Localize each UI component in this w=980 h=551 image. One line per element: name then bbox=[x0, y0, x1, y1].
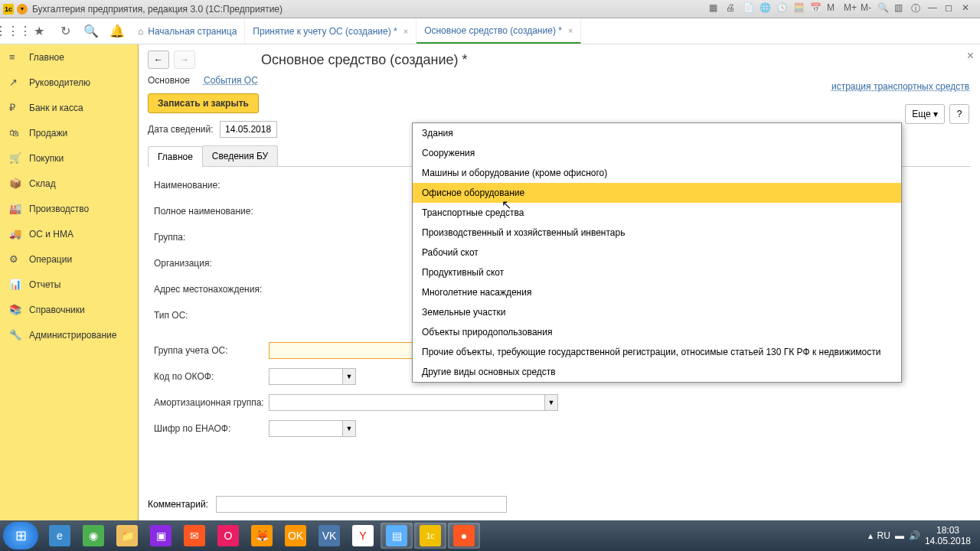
enaof-combo[interactable]: ▼ bbox=[269, 420, 356, 437]
tray-lang[interactable]: RU bbox=[877, 530, 890, 541]
taskbar-chrome[interactable]: ◉ bbox=[77, 523, 109, 549]
sidebar-item[interactable]: 🏭Производство bbox=[0, 196, 138, 221]
dropdown-option[interactable]: Сооружения bbox=[413, 143, 901, 163]
dropdown-option[interactable]: Транспортные средства bbox=[413, 203, 901, 223]
sidebar-item[interactable]: 📊Отчеты bbox=[0, 272, 138, 297]
clock-icon[interactable]: 🕓 bbox=[776, 2, 790, 16]
taskbar-app-active1[interactable]: ▤ bbox=[381, 523, 413, 549]
chevron-down-icon[interactable]: ▼ bbox=[544, 394, 558, 411]
panel-icon[interactable]: ▥ bbox=[894, 2, 908, 16]
date-input[interactable] bbox=[220, 121, 277, 138]
print-icon[interactable]: 🖨 bbox=[726, 2, 740, 16]
taskbar-firefox[interactable]: 🦊 bbox=[246, 523, 278, 549]
taskbar-opera[interactable]: O bbox=[212, 523, 244, 549]
label-enaof: Шифр по ЕНАОФ: bbox=[154, 423, 269, 434]
subnav-main[interactable]: Основное bbox=[148, 75, 190, 86]
bell-icon[interactable]: 🔔 bbox=[104, 18, 130, 44]
okof-combo[interactable]: ▼ bbox=[269, 368, 356, 385]
dropdown-option[interactable]: Продуктивный скот bbox=[413, 262, 901, 282]
page-close-icon[interactable]: × bbox=[967, 49, 974, 63]
taskbar-app1[interactable]: ▣ bbox=[145, 523, 177, 549]
sidebar-item[interactable]: 🛍Продажи bbox=[0, 120, 138, 145]
taskbar-ie[interactable]: e bbox=[44, 523, 76, 549]
transport-registration-link[interactable]: истрация транспортных средств bbox=[831, 81, 969, 92]
calc-icon[interactable]: 🧮 bbox=[793, 2, 807, 16]
taskbar-explorer[interactable]: 📁 bbox=[111, 523, 143, 549]
inner-tab-main[interactable]: Главное bbox=[148, 146, 203, 167]
inner-tab-bu[interactable]: Сведения БУ bbox=[202, 145, 278, 166]
cursor-icon: ↖ bbox=[501, 197, 511, 212]
top-toolbar: ⋮⋮⋮ ★ ↻ 🔍 🔔 ⌂Начальная страницаПринятие … bbox=[0, 18, 980, 44]
dropdown-option[interactable]: Многолетние насаждения bbox=[413, 282, 901, 302]
dropdown-option[interactable]: Машины и оборудование (кроме офисного) bbox=[413, 163, 901, 183]
doc-tab[interactable]: Принятие к учету ОС (создание) *× bbox=[245, 18, 416, 44]
globe-icon[interactable]: 🌐 bbox=[760, 2, 773, 16]
label-address: Адрес местонахождения: bbox=[154, 284, 269, 295]
info-icon[interactable]: ⓘ bbox=[911, 2, 925, 16]
more-button[interactable]: Еще ▾ bbox=[905, 104, 945, 124]
label-group: Группа: bbox=[154, 232, 269, 243]
amort-combo[interactable]: ▼ bbox=[269, 394, 558, 411]
dropdown-option[interactable]: Здания bbox=[413, 123, 901, 143]
sidebar-item[interactable]: 📚Справочники bbox=[0, 297, 138, 322]
m-minus-icon[interactable]: M- bbox=[861, 2, 874, 16]
doc-tab[interactable]: ⌂Начальная страница bbox=[130, 18, 245, 44]
minimize-icon[interactable]: — bbox=[928, 2, 942, 16]
sidebar-item[interactable]: ≡Главное bbox=[0, 44, 138, 70]
star-icon[interactable]: ★ bbox=[26, 18, 52, 44]
dropdown-icon[interactable]: ▾ bbox=[17, 4, 28, 15]
amort-input[interactable] bbox=[269, 394, 544, 411]
sidebar-item[interactable]: ₽Банк и касса bbox=[0, 95, 138, 120]
sidebar-item[interactable]: 🔧Администрирование bbox=[0, 322, 138, 347]
okof-input[interactable] bbox=[269, 368, 342, 385]
apps-icon[interactable]: ⋮⋮⋮ bbox=[0, 18, 26, 44]
maximize-icon[interactable]: ◻ bbox=[945, 2, 959, 16]
dropdown-option[interactable]: Рабочий скот bbox=[413, 243, 901, 262]
sidebar-item[interactable]: ↗Руководителю bbox=[0, 70, 138, 95]
sidebar-item[interactable]: ⚙Операции bbox=[0, 246, 138, 272]
dropdown-option[interactable]: Офисное оборудование bbox=[413, 183, 901, 203]
sidebar-item[interactable]: 📦Склад bbox=[0, 171, 138, 196]
taskbar[interactable]: ⊞ e ◉ 📁 ▣ ✉ O 🦊 OK VK Y ▤ 1c ● ▴ RU ▬ 🔊 … bbox=[0, 520, 980, 551]
taskbar-rec[interactable]: ● bbox=[448, 523, 480, 549]
taskbar-ok[interactable]: OK bbox=[279, 523, 312, 549]
dropdown-option[interactable]: Земельные участки bbox=[413, 302, 901, 322]
nav-back-button[interactable]: ← bbox=[148, 51, 169, 69]
comment-input[interactable] bbox=[216, 496, 507, 513]
m-icon[interactable]: M bbox=[827, 2, 841, 16]
tray-chevron-icon[interactable]: ▴ bbox=[868, 530, 873, 541]
taskbar-yandex[interactable]: Y bbox=[347, 523, 379, 549]
save-close-button[interactable]: Записать и закрыть bbox=[148, 93, 259, 113]
app-logo-icon: 1c bbox=[3, 4, 14, 15]
subnav-events[interactable]: События ОС bbox=[204, 75, 258, 86]
m-plus-icon[interactable]: M+ bbox=[844, 2, 858, 16]
zoom-icon[interactable]: 🔍 bbox=[877, 2, 891, 16]
dropdown-option[interactable]: Производственный и хозяйственный инвента… bbox=[413, 223, 901, 243]
chevron-down-icon[interactable]: ▼ bbox=[342, 420, 356, 437]
taskbar-vk[interactable]: VK bbox=[313, 523, 345, 549]
taskbar-1c[interactable]: 1c bbox=[414, 523, 446, 549]
help-button[interactable]: ? bbox=[949, 104, 969, 124]
start-button[interactable]: ⊞ bbox=[3, 522, 38, 549]
toolbar-icon[interactable]: ▦ bbox=[709, 2, 723, 16]
history-icon[interactable]: ↻ bbox=[52, 18, 78, 44]
close-icon[interactable]: ✕ bbox=[962, 2, 975, 16]
doc-tab[interactable]: Основное средство (создание) *× bbox=[416, 18, 581, 44]
tray-clock[interactable]: 18:0314.05.2018 bbox=[925, 525, 971, 547]
tray-volume-icon[interactable]: 🔊 bbox=[909, 530, 920, 541]
dropdown-option[interactable]: Объекты природопользования bbox=[413, 322, 901, 342]
nav-forward-button[interactable]: → bbox=[174, 51, 195, 69]
doc-icon[interactable]: 📄 bbox=[743, 2, 756, 16]
calendar-icon[interactable]: 📅 bbox=[810, 2, 824, 16]
chevron-down-icon[interactable]: ▼ bbox=[342, 368, 356, 385]
enaof-input[interactable] bbox=[269, 420, 342, 437]
search-icon[interactable]: 🔍 bbox=[78, 18, 104, 44]
tray-flag-icon[interactable]: ▬ bbox=[895, 530, 904, 541]
sidebar-item[interactable]: 🛒Покупки bbox=[0, 145, 138, 171]
taskbar-app2[interactable]: ✉ bbox=[178, 523, 211, 549]
dropdown-option[interactable]: Другие виды основных средств bbox=[413, 362, 901, 382]
sidebar-item[interactable]: 🚚ОС и НМА bbox=[0, 221, 138, 246]
account-group-dropdown[interactable]: ЗданияСооруженияМашины и оборудование (к… bbox=[412, 122, 902, 383]
dropdown-option[interactable]: Прочие объекты, требующие государственно… bbox=[413, 342, 901, 362]
label-type: Тип ОС: bbox=[154, 310, 269, 321]
